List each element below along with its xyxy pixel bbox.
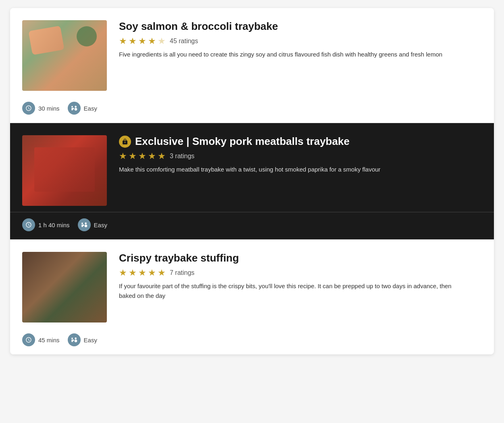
- stars-row: ★★★★★ 45 ratings: [119, 36, 482, 46]
- star-icon: ★: [158, 268, 166, 278]
- difficulty-icon: [78, 218, 91, 231]
- time-text: 45 mins: [38, 337, 60, 343]
- star-icon: ★: [158, 36, 166, 46]
- difficulty-meta: Easy: [68, 333, 97, 346]
- recipe-title: Exclusive | Smoky pork meatballs traybak…: [135, 135, 350, 148]
- time-text: 1 h 40 mins: [38, 222, 70, 228]
- recipe-footer: 45 mins Easy: [10, 329, 494, 354]
- recipe-footer: 1 h 40 mins Easy: [10, 212, 494, 239]
- star-icon: ★: [148, 268, 156, 278]
- star-icon: ★: [158, 151, 166, 161]
- star-icon: ★: [138, 151, 146, 161]
- star-icon: ★: [138, 36, 146, 46]
- star-icon: ★: [148, 151, 156, 161]
- recipe-image: [22, 252, 107, 322]
- recipe-title-row: Crispy traybake stuffing: [119, 252, 482, 264]
- recipe-card[interactable]: Exclusive | Smoky pork meatballs traybak…: [10, 123, 494, 240]
- recipe-title-row: Soy salmon & broccoli traybake: [119, 20, 482, 33]
- recipe-main: Soy salmon & broccoli traybake ★★★★★ 45 …: [10, 8, 494, 97]
- stars-row: ★★★★★ 7 ratings: [119, 268, 482, 278]
- star-icon: ★: [119, 268, 127, 278]
- star-icon: ★: [138, 268, 146, 278]
- time-meta: 30 mins: [22, 102, 60, 115]
- recipe-image: [22, 20, 107, 91]
- recipe-title-row: Exclusive | Smoky pork meatballs traybak…: [119, 135, 482, 148]
- recipe-main: Crispy traybake stuffing ★★★★★ 7 ratings…: [10, 240, 494, 329]
- recipe-title: Crispy traybake stuffing: [119, 252, 239, 264]
- ratings-count: 7 ratings: [170, 269, 194, 276]
- star-icon: ★: [119, 151, 127, 161]
- recipe-title: Soy salmon & broccoli traybake: [119, 20, 278, 33]
- clock-icon: [22, 218, 35, 231]
- difficulty-text: Easy: [94, 222, 107, 228]
- exclusive-icon: [119, 136, 131, 148]
- recipe-description: If your favourite part of the stuffing i…: [119, 281, 462, 301]
- difficulty-icon: [68, 102, 81, 115]
- recipe-description: Make this comforting meatball traybake w…: [119, 165, 462, 174]
- star-icon: ★: [129, 268, 137, 278]
- difficulty-text: Easy: [84, 105, 97, 112]
- clock-icon: [22, 333, 35, 346]
- difficulty-text: Easy: [84, 337, 97, 343]
- recipe-image: [22, 135, 107, 206]
- difficulty-meta: Easy: [78, 218, 107, 231]
- recipe-content: Soy salmon & broccoli traybake ★★★★★ 45 …: [119, 20, 482, 59]
- recipe-list: Soy salmon & broccoli traybake ★★★★★ 45 …: [10, 8, 494, 354]
- time-meta: 45 mins: [22, 333, 60, 346]
- difficulty-meta: Easy: [68, 102, 97, 115]
- recipe-description: Five ingredients is all you need to crea…: [119, 50, 462, 59]
- star-icon: ★: [119, 36, 127, 46]
- star-icon: ★: [129, 36, 137, 46]
- time-text: 30 mins: [38, 105, 60, 112]
- star-icon: ★: [129, 151, 137, 161]
- recipe-card[interactable]: Soy salmon & broccoli traybake ★★★★★ 45 …: [10, 8, 494, 123]
- recipe-content: Crispy traybake stuffing ★★★★★ 7 ratings…: [119, 252, 482, 301]
- clock-icon: [22, 102, 35, 115]
- stars-row: ★★★★★ 3 ratings: [119, 151, 482, 161]
- recipe-card[interactable]: Crispy traybake stuffing ★★★★★ 7 ratings…: [10, 240, 494, 354]
- recipe-footer: 30 mins Easy: [10, 97, 494, 123]
- recipe-content: Exclusive | Smoky pork meatballs traybak…: [119, 135, 482, 174]
- time-meta: 1 h 40 mins: [22, 218, 70, 231]
- recipe-main: Exclusive | Smoky pork meatballs traybak…: [10, 123, 494, 212]
- star-icon: ★: [148, 36, 156, 46]
- ratings-count: 45 ratings: [170, 38, 198, 45]
- ratings-count: 3 ratings: [170, 153, 194, 160]
- difficulty-icon: [68, 333, 81, 346]
